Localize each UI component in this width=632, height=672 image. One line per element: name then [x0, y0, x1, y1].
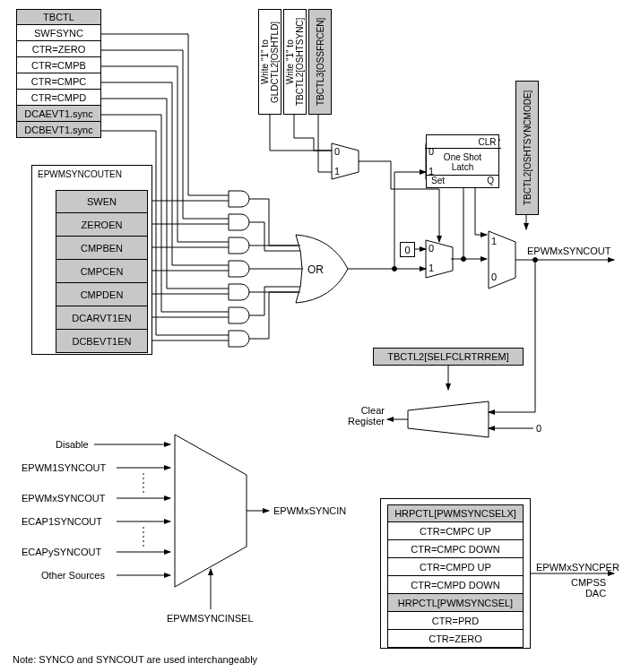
syncin-out-label: EPWMxSYNCIN: [273, 505, 346, 516]
muxtop-0: 0: [429, 146, 434, 157]
muxtop-1: 1: [429, 166, 434, 177]
muxwrite-0: 0: [334, 146, 340, 157]
syncper-fields: HRPCTL[PWMSYNCSELX] CTR=CMPC UP CTR=CMPC…: [387, 504, 524, 648]
sig-swfsync: SWFSYNC: [16, 25, 101, 41]
tbctl3-ossfrcen: TBCTL3[OSSFRCEN]: [308, 9, 332, 115]
en-cmpcen: CMPCEN: [56, 260, 148, 283]
en-cmpden: CMPDEN: [56, 283, 148, 306]
cmpss-dac-label: CMPSS DAC: [571, 577, 606, 599]
clearmux-zero: 0: [536, 423, 541, 434]
one-shot-latch: CLR One Shot Latch SetQ: [426, 134, 499, 188]
sp-cmpc-down: CTR=CMPC DOWN: [387, 540, 524, 558]
sp-cmpd-down: CTR=CMPD DOWN: [387, 576, 524, 594]
syncin-ecap1: ECAP1SYNCOUT: [22, 516, 102, 527]
svg-point-2: [533, 258, 538, 263]
sig-dcaevt1: DCAEVT1.sync: [16, 106, 101, 122]
muxout-0: 0: [491, 271, 497, 282]
muxout-1: 1: [491, 236, 497, 246]
svg-point-1: [462, 257, 466, 262]
epwmxsyncper-label: EPWMxSYNCPER: [536, 562, 619, 573]
tbctl-header: TBCTL: [16, 9, 101, 25]
sig-ctr-cmpd: CTR=CMPD: [16, 90, 101, 106]
tbctl-signals: TBCTL SWFSYNC CTR=ZERO CTR=CMPB CTR=CMPC…: [16, 9, 101, 138]
en-dcbevt1en: DCBEVT1EN: [56, 330, 148, 353]
tbctl2-oshtsyncmode: TBCTL2[OSHTSYNCMODE]: [515, 81, 539, 215]
syncin-other: Other Sources: [41, 570, 105, 581]
muxbot-0: 0: [429, 243, 434, 254]
muxwrite-1: 1: [334, 166, 340, 177]
hrpctl-pwmsyncselx: HRPCTL[PWMSYNCSELX]: [387, 504, 524, 522]
en-dcarvt1en: DCARVT1EN: [56, 306, 148, 330]
or-label: OR: [307, 263, 324, 276]
en-swen: SWEN: [56, 190, 148, 213]
en-cmpben: CMPBEN: [56, 237, 148, 260]
clear-register-label: Clear Register: [348, 405, 385, 426]
sig-ctr-cmpb: CTR=CMPB: [16, 57, 101, 73]
sp-ctr-prd: CTR=PRD: [387, 612, 524, 630]
epwmxsyncout-label: EPWMxSYNCOUT: [527, 246, 611, 256]
sp-cmpc-up: CTR=CMPC UP: [387, 522, 524, 540]
latch-q: Q: [487, 176, 494, 187]
latch-set: Set: [431, 176, 445, 187]
write-tbctl2: Write "1" to TBCTL2[OSHTSYNC]: [283, 9, 307, 115]
hrpctl-pwmsyncsel: HRPCTL[PWMSYNCSEL]: [387, 594, 524, 612]
latch-title: One Shot Latch: [444, 149, 481, 175]
sig-dcbevt1: DCBEVT1.sync: [16, 122, 101, 138]
syncin-epwmx: EPWMxSYNCOUT: [22, 493, 106, 504]
syncin-ecapy: ECAPySYNCOUT: [22, 547, 101, 557]
muxbot-1: 1: [429, 263, 434, 273]
syncinsel-label: EPWMSYNCINSEL: [167, 613, 254, 624]
syncin-epwm1: EPWM1SYNCOUT: [22, 462, 106, 473]
epwmsyncouten-label: EPWMSYNCOUTEN: [38, 169, 122, 179]
tbctl2-selfclrtrrem: TBCTL2[SELFCLRTRREM]: [373, 348, 524, 366]
latch-clr: CLR: [425, 135, 501, 149]
sp-ctr-zero: CTR=ZERO: [387, 630, 524, 648]
enable-fields: SWEN ZEROEN CMPBEN CMPCEN CMPDEN DCARVT1…: [56, 190, 148, 353]
sig-ctr-cmpc: CTR=CMPC: [16, 73, 101, 90]
sp-cmpd-up: CTR=CMPD UP: [387, 558, 524, 576]
syncin-disable: Disable: [56, 439, 89, 450]
sig-ctr-zero: CTR=ZERO: [16, 41, 101, 57]
zero-literal: 0: [400, 242, 415, 257]
write-gldctl2: Write "1" to GLDCTL2[OSHTLD]: [258, 9, 281, 115]
footnote: Note: SYNCO and SYNCOUT are used interch…: [13, 654, 257, 665]
en-zeroen: ZEROEN: [56, 213, 148, 237]
